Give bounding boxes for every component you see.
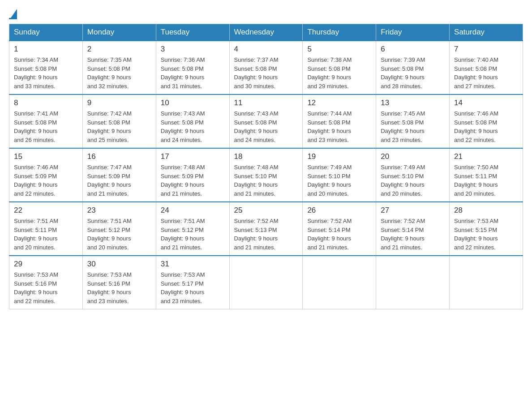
daylight-info-line1: Daylight: 9 hours: [161, 288, 225, 297]
sunrise-info: Sunrise: 7:46 AM: [454, 109, 518, 118]
day-number: 3: [161, 45, 225, 54]
day-info: Sunrise: 7:52 AMSunset: 5:13 PMDaylight:…: [234, 217, 298, 252]
daylight-info-line2: and 22 minutes.: [454, 243, 518, 252]
daylight-info-line1: Daylight: 9 hours: [454, 127, 518, 136]
day-number: 20: [381, 152, 445, 161]
daylight-info-line2: and 20 minutes.: [381, 189, 445, 198]
calendar-day-cell: 27Sunrise: 7:52 AMSunset: 5:14 PMDayligh…: [376, 202, 450, 256]
sunrise-info: Sunrise: 7:48 AM: [234, 163, 298, 172]
sunset-info: Sunset: 5:08 PM: [454, 118, 518, 127]
day-info: Sunrise: 7:53 AMSunset: 5:16 PMDaylight:…: [14, 270, 78, 305]
calendar-day-cell: 17Sunrise: 7:48 AMSunset: 5:09 PMDayligh…: [156, 148, 229, 202]
calendar-week-row: 15Sunrise: 7:46 AMSunset: 5:09 PMDayligh…: [9, 148, 523, 202]
daylight-info-line1: Daylight: 9 hours: [14, 127, 78, 136]
sunrise-info: Sunrise: 7:52 AM: [381, 217, 445, 226]
sunrise-info: Sunrise: 7:46 AM: [14, 163, 78, 172]
sunrise-info: Sunrise: 7:35 AM: [87, 56, 151, 64]
day-info: Sunrise: 7:53 AMSunset: 5:15 PMDaylight:…: [454, 217, 518, 252]
day-info: Sunrise: 7:42 AMSunset: 5:08 PMDaylight:…: [87, 109, 151, 144]
sunset-info: Sunset: 5:13 PM: [234, 226, 298, 235]
daylight-info-line2: and 25 minutes.: [87, 136, 151, 145]
day-info: Sunrise: 7:49 AMSunset: 5:10 PMDaylight:…: [381, 163, 445, 198]
daylight-info-line2: and 23 minutes.: [381, 136, 445, 145]
calendar-day-cell: 24Sunrise: 7:51 AMSunset: 5:12 PMDayligh…: [156, 202, 229, 256]
calendar-day-cell: 13Sunrise: 7:45 AMSunset: 5:08 PMDayligh…: [376, 94, 450, 148]
daylight-info-line2: and 27 minutes.: [454, 82, 518, 91]
calendar-day-cell: 18Sunrise: 7:48 AMSunset: 5:10 PMDayligh…: [229, 148, 303, 202]
calendar-day-cell: 6Sunrise: 7:39 AMSunset: 5:08 PMDaylight…: [376, 41, 450, 94]
calendar-day-cell: 8Sunrise: 7:41 AMSunset: 5:08 PMDaylight…: [9, 94, 83, 148]
daylight-info-line2: and 20 minutes.: [454, 189, 518, 198]
sunset-info: Sunset: 5:10 PM: [234, 172, 298, 181]
day-info: Sunrise: 7:37 AMSunset: 5:08 PMDaylight:…: [234, 56, 298, 90]
calendar-day-cell: 12Sunrise: 7:44 AMSunset: 5:08 PMDayligh…: [303, 94, 376, 148]
daylight-info-line2: and 21 minutes.: [381, 243, 445, 252]
day-number: 10: [161, 98, 225, 107]
day-info: Sunrise: 7:48 AMSunset: 5:10 PMDaylight:…: [234, 163, 298, 198]
day-info: Sunrise: 7:51 AMSunset: 5:12 PMDaylight:…: [87, 217, 151, 252]
sunset-info: Sunset: 5:11 PM: [454, 172, 518, 181]
weekday-header-thursday: Thursday: [303, 24, 376, 41]
calendar-day-cell: [303, 256, 376, 309]
daylight-info-line1: Daylight: 9 hours: [161, 180, 225, 189]
sunset-info: Sunset: 5:08 PM: [87, 118, 151, 127]
daylight-info-line1: Daylight: 9 hours: [381, 234, 445, 243]
day-number: 30: [87, 260, 151, 269]
daylight-info-line1: Daylight: 9 hours: [161, 127, 225, 136]
calendar-table: SundayMondayTuesdayWednesdayThursdayFrid…: [9, 24, 523, 309]
day-info: Sunrise: 7:45 AMSunset: 5:08 PMDaylight:…: [381, 109, 445, 144]
daylight-info-line2: and 33 minutes.: [14, 82, 78, 91]
day-number: 23: [87, 206, 151, 215]
day-number: 2: [87, 45, 151, 54]
sunrise-info: Sunrise: 7:51 AM: [87, 217, 151, 226]
sunset-info: Sunset: 5:08 PM: [381, 118, 445, 127]
day-number: 7: [454, 45, 518, 54]
daylight-info-line1: Daylight: 9 hours: [454, 73, 518, 82]
sunset-info: Sunset: 5:10 PM: [381, 172, 445, 181]
day-info: Sunrise: 7:53 AMSunset: 5:17 PMDaylight:…: [161, 270, 225, 305]
sunrise-info: Sunrise: 7:52 AM: [307, 217, 371, 226]
daylight-info-line1: Daylight: 9 hours: [14, 73, 78, 82]
logo-arrow-icon: [11, 9, 17, 18]
calendar-body: 1Sunrise: 7:34 AMSunset: 5:08 PMDaylight…: [9, 41, 523, 309]
sunset-info: Sunset: 5:08 PM: [454, 64, 518, 73]
daylight-info-line2: and 20 minutes.: [14, 243, 78, 252]
sunset-info: Sunset: 5:11 PM: [14, 226, 78, 235]
daylight-info-line2: and 21 minutes.: [234, 243, 298, 252]
daylight-info-line2: and 29 minutes.: [307, 82, 371, 91]
sunset-info: Sunset: 5:08 PM: [307, 118, 371, 127]
calendar-day-cell: 2Sunrise: 7:35 AMSunset: 5:08 PMDaylight…: [82, 41, 156, 94]
daylight-info-line2: and 26 minutes.: [14, 136, 78, 145]
daylight-info-line1: Daylight: 9 hours: [234, 234, 298, 243]
calendar-day-cell: 9Sunrise: 7:42 AMSunset: 5:08 PMDaylight…: [82, 94, 156, 148]
daylight-info-line1: Daylight: 9 hours: [87, 180, 151, 189]
day-info: Sunrise: 7:39 AMSunset: 5:08 PMDaylight:…: [381, 56, 445, 90]
sunrise-info: Sunrise: 7:50 AM: [454, 163, 518, 172]
weekday-header-row: SundayMondayTuesdayWednesdayThursdayFrid…: [9, 24, 523, 41]
calendar-day-cell: 5Sunrise: 7:38 AMSunset: 5:08 PMDaylight…: [303, 41, 376, 94]
calendar-day-cell: 30Sunrise: 7:53 AMSunset: 5:16 PMDayligh…: [82, 256, 156, 309]
sunset-info: Sunset: 5:16 PM: [87, 279, 151, 288]
calendar-week-row: 22Sunrise: 7:51 AMSunset: 5:11 PMDayligh…: [9, 202, 523, 256]
day-info: Sunrise: 7:53 AMSunset: 5:16 PMDaylight:…: [87, 270, 151, 305]
sunset-info: Sunset: 5:16 PM: [14, 279, 78, 288]
day-number: 19: [307, 152, 371, 161]
calendar-day-cell: 31Sunrise: 7:53 AMSunset: 5:17 PMDayligh…: [156, 256, 229, 309]
calendar-day-cell: 4Sunrise: 7:37 AMSunset: 5:08 PMDaylight…: [229, 41, 303, 94]
sunset-info: Sunset: 5:14 PM: [381, 226, 445, 235]
daylight-info-line1: Daylight: 9 hours: [307, 73, 371, 82]
sunset-info: Sunset: 5:15 PM: [454, 226, 518, 235]
weekday-header-monday: Monday: [82, 24, 156, 41]
sunrise-info: Sunrise: 7:53 AM: [454, 217, 518, 226]
daylight-info-line2: and 23 minutes.: [161, 297, 225, 306]
daylight-info-line2: and 28 minutes.: [381, 82, 445, 91]
day-number: 18: [234, 152, 298, 161]
daylight-info-line2: and 23 minutes.: [87, 297, 151, 306]
day-info: Sunrise: 7:43 AMSunset: 5:08 PMDaylight:…: [161, 109, 225, 144]
daylight-info-line2: and 24 minutes.: [161, 136, 225, 145]
day-number: 28: [454, 206, 518, 215]
sunset-info: Sunset: 5:09 PM: [14, 172, 78, 181]
day-info: Sunrise: 7:46 AMSunset: 5:08 PMDaylight:…: [454, 109, 518, 144]
sunset-info: Sunset: 5:08 PM: [87, 64, 151, 73]
sunset-info: Sunset: 5:10 PM: [307, 172, 371, 181]
